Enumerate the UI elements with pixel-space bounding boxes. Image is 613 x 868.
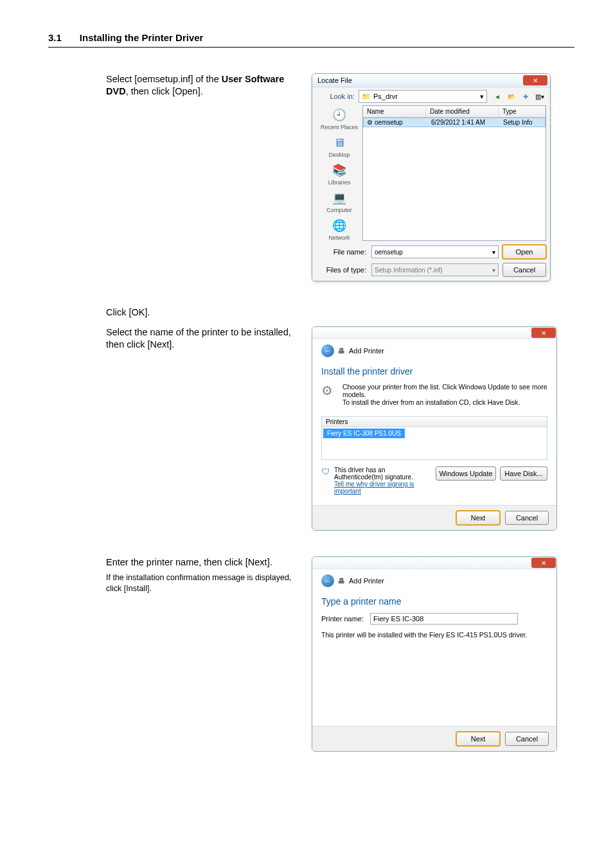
close-icon[interactable]: ✕ — [523, 75, 547, 85]
lookin-label: Look in: — [316, 93, 355, 100]
step6-prefix: Select [oemsetup.inf] of the — [106, 74, 222, 84]
back-icon[interactable]: ← — [321, 574, 334, 587]
ap2-info: This printer will be installed with the … — [321, 631, 547, 639]
recent-places-icon: 🕘 — [330, 107, 349, 123]
step8-text: Select the name of the printer to be ins… — [106, 326, 299, 351]
col-name[interactable]: Name — [363, 106, 426, 117]
printer-list-item[interactable]: Fiery ES IC-308 PS1.0US — [323, 429, 405, 438]
filetype-label: Files of type: — [316, 266, 368, 274]
lookin-combo[interactable]: 📁 Ps_drvr ▾ — [359, 90, 487, 103]
new-folder-icon[interactable]: ✚ — [519, 90, 532, 103]
printer-name-input[interactable]: Fiery ES IC-308 — [370, 613, 518, 624]
ap1-breadcrumb: Add Printer — [349, 347, 384, 355]
step6-text: Select [oemsetup.inf] of the User Softwa… — [106, 73, 299, 98]
printer-list-header: Printers — [322, 417, 547, 427]
back-icon[interactable]: ← — [321, 344, 334, 357]
cancel-button[interactable]: Cancel — [505, 732, 549, 746]
next-button[interactable]: Next — [456, 511, 500, 525]
libraries-label: Libraries — [328, 179, 351, 186]
shield-icon: 🛡 — [321, 466, 330, 477]
place-desktop[interactable]: 🖥 Desktop — [328, 134, 350, 158]
close-icon[interactable]: ✕ — [531, 328, 556, 338]
ap1-sub2: To install the driver from an installati… — [342, 398, 547, 406]
file-type-cell: Setup Info — [499, 118, 546, 127]
signature-link[interactable]: Tell me why driver signing is important — [334, 481, 432, 495]
inf-file-icon: ⚙ — [367, 119, 373, 126]
col-date[interactable]: Date modified — [426, 106, 499, 117]
chevron-down-icon[interactable]: ▾ — [492, 249, 495, 256]
filename-input[interactable]: oemsetup ▾ — [371, 245, 499, 258]
close-icon[interactable]: ✕ — [531, 558, 556, 568]
cancel-button[interactable]: Cancel — [505, 511, 549, 525]
signature-text: This driver has an Authenticode(tm) sign… — [334, 466, 432, 481]
printer-icon: 🖶 — [338, 347, 345, 355]
network-icon: 🌐 — [330, 217, 349, 234]
place-recent[interactable]: 🕘 Recent Places — [321, 107, 358, 130]
filename-value: oemsetup — [375, 249, 403, 256]
libraries-icon: 📚 — [330, 162, 349, 179]
network-label: Network — [328, 235, 350, 241]
have-disk-button[interactable]: Have Disk... — [500, 466, 547, 481]
printer-name-label: Printer name: — [321, 615, 364, 623]
view-menu-icon[interactable]: ▥▾ — [533, 90, 546, 103]
nav-up-icon[interactable]: 📂 — [505, 90, 518, 103]
folder-icon: 📁 — [362, 93, 371, 101]
step6-suffix: , then click [Open]. — [126, 86, 203, 96]
filetype-value: Setup Information (*.inf) — [375, 267, 443, 274]
place-network[interactable]: 🌐 Network — [328, 217, 350, 241]
place-libraries[interactable]: 📚 Libraries — [328, 162, 351, 186]
page-header: 3.1 Installing the Printer Driver — [48, 32, 574, 48]
printer-icon: 🖶 — [338, 577, 345, 585]
step9-line1: Enter the printer name, then click [Next… — [106, 556, 299, 569]
windows-update-button[interactable]: Windows Update — [436, 466, 496, 481]
col-type[interactable]: Type — [499, 106, 546, 117]
step9-line2: If the installation confirmation message… — [106, 572, 299, 594]
desktop-label: Desktop — [328, 152, 350, 158]
ap1-sub1: Choose your printer from the list. Click… — [342, 383, 547, 398]
file-row-selected[interactable]: ⚙oemsetup 6/29/2012 1:41 AM Setup Info — [363, 118, 546, 127]
section-number: 3.1 — [48, 32, 62, 43]
file-date-cell: 6/29/2012 1:41 AM — [427, 118, 499, 127]
add-printer-dialog-2: ✕ ← 🖶 Add Printer Type a printer name Pr… — [312, 556, 557, 752]
filename-label: File name: — [316, 248, 368, 256]
recent-label: Recent Places — [321, 124, 358, 130]
next-button[interactable]: Next — [456, 732, 500, 746]
cancel-button[interactable]: Cancel — [502, 263, 546, 277]
chevron-down-icon[interactable]: ▾ — [480, 93, 484, 101]
driver-icon: ⚙ — [321, 383, 337, 401]
ap1-heading: Install the printer driver — [321, 366, 547, 376]
desktop-icon: 🖥 — [330, 134, 349, 151]
ap2-breadcrumb: Add Printer — [349, 577, 384, 585]
open-button[interactable]: Open — [502, 245, 546, 259]
locate-file-dialog: Locate File ✕ Look in: 📁 Ps_drvr ▾ ◄ 📂 — [312, 73, 551, 281]
chevron-down-icon[interactable]: ▾ — [492, 267, 495, 274]
lookin-value: Ps_drvr — [373, 93, 398, 100]
computer-label: Computer — [326, 207, 352, 213]
step7-text: Click [OK]. — [48, 307, 574, 317]
printer-list[interactable]: Printers Fiery ES IC-308 PS1.0US — [321, 416, 547, 460]
place-computer[interactable]: 💻 Computer — [326, 190, 352, 213]
locate-file-title: Locate File — [317, 76, 352, 84]
section-title: Installing the Printer Driver — [80, 32, 204, 43]
places-bar: 🕘 Recent Places 🖥 Desktop 📚 Libraries — [316, 105, 362, 241]
add-printer-dialog-1: ✕ ← 🖶 Add Printer Install the printer dr… — [312, 326, 557, 531]
filetype-combo[interactable]: Setup Information (*.inf) ▾ — [371, 263, 499, 276]
file-name-cell: oemsetup — [375, 119, 403, 126]
computer-icon: 💻 — [330, 190, 349, 206]
ap2-heading: Type a printer name — [321, 596, 547, 607]
nav-back-icon[interactable]: ◄ — [491, 90, 504, 103]
file-list[interactable]: Name Date modified Type ⚙oemsetup 6/29/2… — [362, 105, 546, 241]
